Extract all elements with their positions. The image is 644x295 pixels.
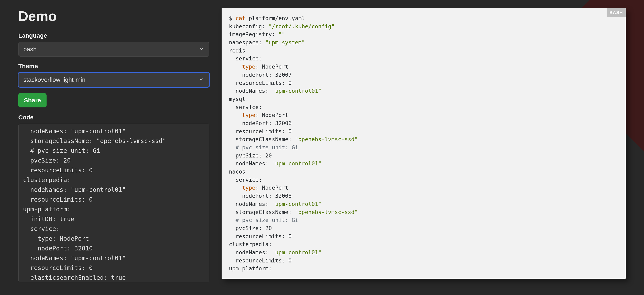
theme-select-wrap: stackoverflow-light-min — [18, 72, 210, 87]
page-root: Demo Language bash Theme stackoverflow-l… — [0, 0, 644, 291]
language-select-wrap: bash — [18, 42, 210, 57]
preview-content: $ cat platform/env.yaml kubeconfig: "/ro… — [229, 14, 618, 273]
theme-select[interactable]: stackoverflow-light-min — [18, 72, 210, 87]
controls-column: Demo Language bash Theme stackoverflow-l… — [18, 8, 210, 283]
page-title: Demo — [18, 8, 210, 24]
theme-label: Theme — [18, 63, 210, 70]
language-badge: BASH — [606, 8, 626, 17]
language-label: Language — [18, 32, 210, 39]
code-textarea[interactable] — [18, 124, 210, 282]
share-button[interactable]: Share — [18, 93, 46, 107]
code-preview: BASH $ cat platform/env.yaml kubeconfig:… — [222, 8, 626, 279]
code-label: Code — [18, 114, 210, 121]
language-select[interactable]: bash — [18, 42, 210, 57]
preview-column: BASH $ cat platform/env.yaml kubeconfig:… — [222, 8, 626, 283]
